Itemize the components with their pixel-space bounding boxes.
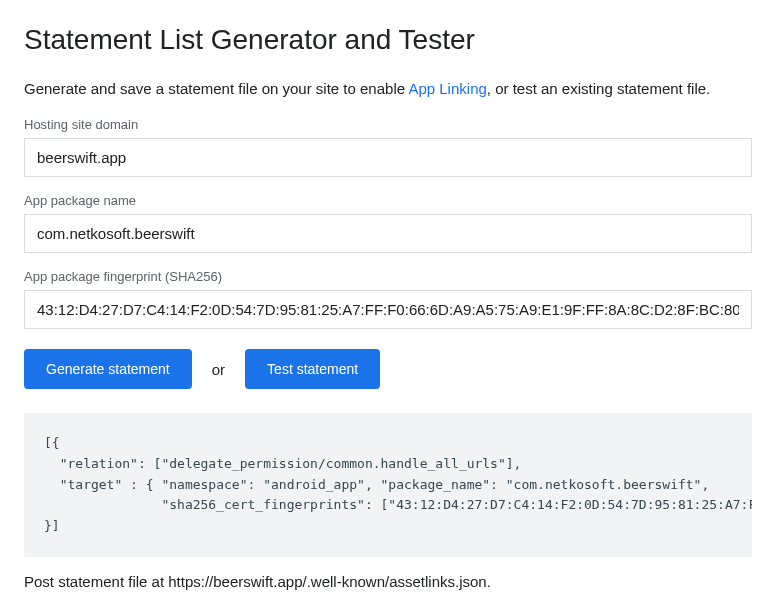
- domain-input[interactable]: [24, 138, 752, 177]
- button-row: Generate statement or Test statement: [24, 349, 752, 389]
- intro-suffix: , or test an existing statement file.: [487, 80, 710, 97]
- domain-field-group: Hosting site domain: [24, 117, 752, 177]
- test-button[interactable]: Test statement: [245, 349, 380, 389]
- fingerprint-field-group: App package fingerprint (SHA256): [24, 269, 752, 329]
- app-linking-link[interactable]: App Linking: [408, 80, 486, 97]
- intro-prefix: Generate and save a statement file on yo…: [24, 80, 408, 97]
- intro-text: Generate and save a statement file on yo…: [24, 80, 752, 97]
- package-field-group: App package name: [24, 193, 752, 253]
- post-instruction: Post statement file at https://beerswift…: [24, 573, 752, 590]
- generate-button[interactable]: Generate statement: [24, 349, 192, 389]
- package-label: App package name: [24, 193, 752, 208]
- package-input[interactable]: [24, 214, 752, 253]
- fingerprint-input[interactable]: [24, 290, 752, 329]
- page-title: Statement List Generator and Tester: [24, 24, 752, 56]
- code-output: [{ "relation": ["delegate_permission/com…: [24, 413, 752, 557]
- fingerprint-label: App package fingerprint (SHA256): [24, 269, 752, 284]
- domain-label: Hosting site domain: [24, 117, 752, 132]
- or-text: or: [212, 361, 225, 378]
